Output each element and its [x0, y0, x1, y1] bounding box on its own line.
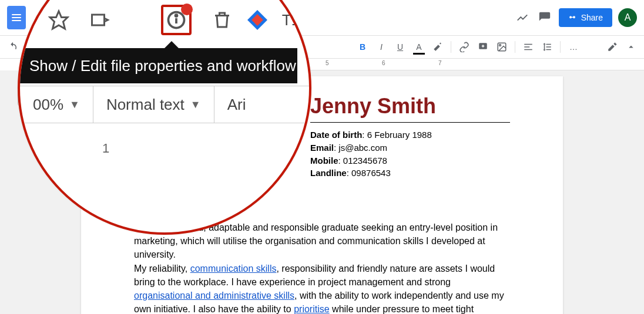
email-value: : js@abc.com — [334, 143, 387, 153]
share-label: Share — [581, 13, 603, 22]
file-properties-tooltip: Show / Edit file properties and workflow — [20, 48, 297, 83]
landline-value: : 09876543 — [347, 168, 391, 178]
link-communication-skills[interactable]: communication skills — [190, 264, 277, 274]
file-properties-button[interactable] — [161, 5, 192, 35]
add-comment-button[interactable] — [475, 39, 491, 55]
magnifier-icon-row: T1 - — [20, 1, 309, 39]
insert-link-button[interactable] — [456, 39, 472, 55]
resume-name: Jenny Smith — [310, 94, 510, 119]
zoom-value: 00% — [33, 96, 63, 114]
underline-button[interactable]: U — [392, 39, 408, 55]
highlight-button[interactable] — [430, 39, 446, 55]
mobile-label: Mobile — [310, 156, 338, 166]
avatar-letter: A — [625, 12, 631, 23]
magnifier-ruler: 1 — [55, 135, 309, 162]
undo-button[interactable] — [5, 39, 21, 55]
profile-p2a: My reliability, — [134, 264, 190, 274]
svg-marker-4 — [50, 11, 68, 29]
profile-body: I am a motivated, adaptable and responsi… — [134, 221, 510, 314]
ruler-mark: 5 — [326, 60, 329, 66]
ruler-number: 1 — [102, 141, 109, 156]
ruler-mark: 6 — [382, 60, 385, 66]
docs-logo-icon[interactable] — [7, 6, 26, 29]
activity-icon[interactable] — [514, 9, 531, 26]
editing-mode-button[interactable] — [604, 39, 620, 55]
notification-badge — [181, 4, 193, 15]
star-icon[interactable] — [48, 8, 69, 32]
svg-point-2 — [499, 45, 501, 46]
more-button[interactable]: … — [565, 39, 582, 55]
move-icon[interactable] — [89, 8, 110, 32]
insert-image-button[interactable] — [494, 39, 510, 55]
chevron-down-icon: ▼ — [69, 99, 80, 111]
ruler-mark: 7 — [438, 60, 442, 66]
font-value: Ari — [227, 96, 246, 114]
italic-button[interactable]: I — [373, 39, 390, 55]
link-prioritise[interactable]: prioritise — [294, 304, 329, 314]
chevron-down-icon: ▼ — [190, 99, 201, 111]
font-selector[interactable]: Ari — [214, 86, 259, 123]
hide-menus-button[interactable] — [623, 39, 639, 55]
comments-icon[interactable] — [536, 9, 553, 26]
trash-icon[interactable] — [212, 8, 233, 32]
contact-block: Date of birth: 6 February 1988 Email: js… — [310, 122, 510, 180]
addon-diamond-icon[interactable] — [253, 10, 262, 30]
line-spacing-button[interactable] — [539, 39, 555, 55]
bold-button[interactable]: B — [354, 39, 371, 55]
magnifier-style-row: 00% ▼ Normal text ▼ Ari — [20, 86, 309, 123]
zoom-selector[interactable]: 00% ▼ — [20, 86, 93, 123]
link-organisational-skills[interactable]: organisational and administrative skills — [134, 291, 294, 301]
align-button[interactable] — [520, 39, 536, 55]
email-label: Email — [310, 143, 334, 153]
dob-value: : 6 February 1988 — [362, 130, 431, 140]
landline-label: Landline — [310, 168, 347, 178]
share-button[interactable]: Share — [559, 8, 612, 27]
text-color-button[interactable]: A — [411, 39, 427, 55]
paragraph-style-selector[interactable]: Normal text ▼ — [93, 86, 214, 123]
style-value: Normal text — [106, 96, 185, 114]
svg-point-7 — [176, 15, 177, 16]
dob-label: Date of birth — [310, 130, 362, 140]
account-avatar[interactable]: A — [618, 8, 637, 27]
mobile-value: : 012345678 — [338, 156, 387, 166]
